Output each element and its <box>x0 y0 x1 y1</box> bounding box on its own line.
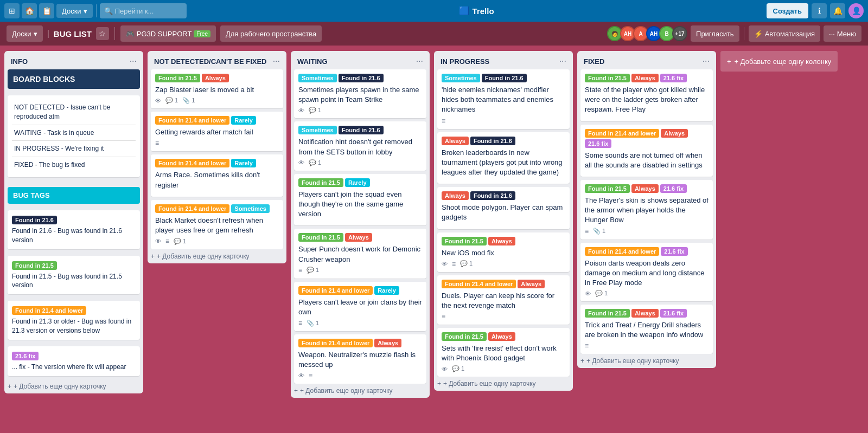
card-f-4[interactable]: Found in 21.4 and lower 21.6 fix Poison … <box>580 243 713 302</box>
card-ip-6[interactable]: Found in 21.5 Always Sets with 'fire res… <box>437 328 570 377</box>
automation-button[interactable]: ⚡ Автоматизация <box>749 25 820 42</box>
card-w-4[interactable]: Found in 21.5 Always Super Punch doesn't… <box>294 229 426 278</box>
card-ip-3[interactable]: Always Found in 21.6 Shoot mode polygon.… <box>437 187 570 229</box>
label-found215-f1: Found in 21.5 <box>585 74 630 82</box>
card-f-3[interactable]: Found in 21.5 Always 21.6 fix The Player… <box>580 180 713 240</box>
column-f-menu[interactable]: ··· <box>703 56 710 66</box>
top-navigation: ⊞ 🏠 📋 Доски ▾ 🔍 Перейти к... 🟦 Trello Со… <box>0 0 868 22</box>
boards-dropdown[interactable]: Доски ▾ <box>56 4 93 18</box>
card-w-5[interactable]: Found in 21.4 and lower Rarely Players c… <box>294 282 426 331</box>
label-fix-f3: 21.6 fix <box>660 184 687 193</box>
label-sometimes-w2: Sometimes <box>298 126 337 134</box>
column-nd-add[interactable]: + + Добавить еще одну карточку <box>148 249 286 263</box>
card-nd-4-meta: 👁 ≡ 💬 1 <box>155 237 279 245</box>
label-found214b: Found in 21.4 and lower <box>155 159 229 167</box>
label-found216-w1: Found in 21.6 <box>339 74 384 82</box>
column-f-add[interactable]: + + Добавить еще одну карточку <box>577 354 716 368</box>
add-card-f-icon: + <box>580 357 584 365</box>
column-info-add[interactable]: + + Добавить еще одну карточку <box>4 379 143 393</box>
card-ip-2-text: Broken leaderboards in new tournament (p… <box>442 148 565 178</box>
trello-logo: 🟦 <box>459 6 469 16</box>
column-w-add[interactable]: + + Добавить еще одну карточку <box>291 384 430 398</box>
workspace-name: PG3D SUPPORT <box>137 30 192 38</box>
add-card-nd-icon: + <box>151 253 155 260</box>
label-rarelyb: Rarely <box>231 159 256 167</box>
tag-found-216[interactable]: Found in 21.6 Found in 21.6 - Bug was fo… <box>8 210 140 249</box>
card-w-1[interactable]: Sometimes Found in 21.6 Sometimes player… <box>294 69 426 118</box>
card-nd-2[interactable]: Found in 21.4 and lower Rarely Getting r… <box>151 112 283 151</box>
label-found216-w2: Found in 21.6 <box>339 126 384 134</box>
card-f-1[interactable]: Found in 21.5 Always 21.6 fix State of t… <box>580 69 713 121</box>
board-nav-right: 🧑 AH A AH B +17 Пригласить ⚡ Автоматизац… <box>607 25 861 42</box>
card-w-6-text: Weapon. Neutralizer's muzzle flash is me… <box>298 350 422 370</box>
card-nd-1[interactable]: Found in 21.5 Always Zap Blaster laser i… <box>151 69 283 108</box>
avatar-more[interactable]: +17 <box>672 26 687 41</box>
desc-w4: ≡ <box>298 267 302 274</box>
card-f-2[interactable]: Found in 21.4 and lower Always 21.6 fix … <box>580 125 713 177</box>
card-nd-4[interactable]: Found in 21.4 and lower Sometimes Black … <box>151 200 283 249</box>
column-nd-menu[interactable]: ··· <box>273 56 280 66</box>
label-found215-w4: Found in 21.5 <box>298 233 343 242</box>
card-w-2-labels: Sometimes Found in 21.6 <box>298 126 422 134</box>
card-w-6[interactable]: Found in 21.4 and lower Always Weapon. N… <box>294 334 426 384</box>
label-found216-ip2: Found in 21.6 <box>470 137 515 145</box>
info-icon[interactable]: ℹ <box>812 3 827 18</box>
card-w-2[interactable]: Sometimes Found in 21.6 Notification hin… <box>294 121 426 170</box>
info-items-card[interactable]: NOT DETECTED - Issue can't be reproduced… <box>8 95 140 177</box>
star-icon[interactable]: ☆ <box>96 27 109 40</box>
home-icon[interactable]: 🏠 <box>22 3 37 18</box>
eye2-icon: 👁 <box>155 238 161 244</box>
card-nd-2-meta: ≡ <box>155 139 279 147</box>
column-ip-menu[interactable]: ··· <box>559 56 566 66</box>
search-icon: 🔍 <box>104 7 113 15</box>
user-avatar[interactable]: 👤 <box>848 3 864 18</box>
tag-desc-216: Found in 21.6 - Bug was found in 21.6 ve… <box>12 227 136 245</box>
tag-found-214[interactable]: Found in 21.4 and lower Found in 21.3 or… <box>8 301 140 340</box>
avatar-group: 🧑 AH A AH B +17 <box>607 26 687 41</box>
column-info-menu[interactable]: ··· <box>130 56 137 66</box>
card-ip-2[interactable]: Always Found in 21.6 Broken leaderboards… <box>437 132 570 184</box>
top-nav-right: Создать ℹ 🔔 👤 <box>767 3 864 18</box>
add-column-button[interactable]: + + Добавьте еще одну колонку <box>720 51 838 72</box>
label-always-ip2: Always <box>442 137 469 145</box>
card-f-5-labels: Found in 21.5 Always 21.6 fix <box>585 309 709 318</box>
boards-icon[interactable]: 📋 <box>39 3 54 18</box>
column-f-header: FIXED ··· <box>577 51 716 69</box>
menu-button[interactable]: ··· Меню <box>824 25 861 42</box>
column-in-progress: IN PROGRESS ··· Sometimes Found in 21.6 … <box>434 51 573 391</box>
column-fixed: FIXED ··· Found in 21.5 Always 21.6 fix … <box>577 51 716 368</box>
comment-f4: 💬 1 <box>595 290 608 297</box>
board-blocks-card[interactable]: BOARD BLOCKS <box>8 69 140 89</box>
card-nd-3-text: Arms Race. Sometimes kills don't registe… <box>155 170 279 190</box>
column-nd-header: NOT DETECTED/CAN'T BE FIXED ··· <box>148 51 286 69</box>
card-w-3[interactable]: Found in 21.5 Rarely Players can't join … <box>294 174 426 226</box>
boards-nav-button[interactable]: Доски ▾ <box>7 25 43 42</box>
apps-icon[interactable]: ⊞ <box>4 3 20 18</box>
card-ip-5-meta: ≡ <box>442 313 565 320</box>
notification-icon[interactable]: 🔔 <box>830 3 845 18</box>
invite-button[interactable]: Пригласить <box>691 25 739 42</box>
search-box[interactable]: 🔍 Перейти к... <box>100 3 187 18</box>
card-w-2-meta: 👁 💬 1 <box>298 159 422 166</box>
tag-found-215[interactable]: Found in 21.5 Found in 21.5 - Bug was fo… <box>8 256 140 295</box>
card-ip-5[interactable]: Found in 21.4 and lower Always Duels. Pl… <box>437 275 570 325</box>
card-f-5[interactable]: Found in 21.5 Always 21.6 fix Trick and … <box>580 305 713 354</box>
desc-w6: ≡ <box>309 372 312 379</box>
card-ip-1[interactable]: Sometimes Found in 21.6 'hide enemies ni… <box>437 69 570 129</box>
boards-label: Доски <box>62 7 81 15</box>
label-found215-ip4: Found in 21.5 <box>442 237 487 245</box>
card-ip-4[interactable]: Found in 21.5 Always New iOS mod fix 👁 ≡… <box>437 232 570 272</box>
desc-ip5: ≡ <box>442 313 445 320</box>
column-w-menu[interactable]: ··· <box>416 56 423 66</box>
create-button[interactable]: Создать <box>767 3 808 18</box>
workspace-btn[interactable]: Для рабочего пространства <box>220 25 322 42</box>
column-waiting: WAITING ··· Sometimes Found in 21.6 Some… <box>291 51 430 398</box>
label-always-f1: Always <box>631 74 659 82</box>
workspace-button[interactable]: 🎮 PG3D SUPPORT Free <box>120 25 216 42</box>
card-nd-3[interactable]: Found in 21.4 and lower Rarely Arms Race… <box>151 154 283 196</box>
tag-216fix[interactable]: 21.6 fix ... fix - The version where fix… <box>8 346 140 376</box>
column-ip-add[interactable]: + + Добавить еще одну карточку <box>434 377 573 391</box>
card-nd-4-labels: Found in 21.4 and lower Sometimes <box>155 204 279 213</box>
label-always-f3: Always <box>631 184 659 193</box>
column-not-detected: NOT DETECTED/CAN'T BE FIXED ··· Found in… <box>148 51 286 263</box>
